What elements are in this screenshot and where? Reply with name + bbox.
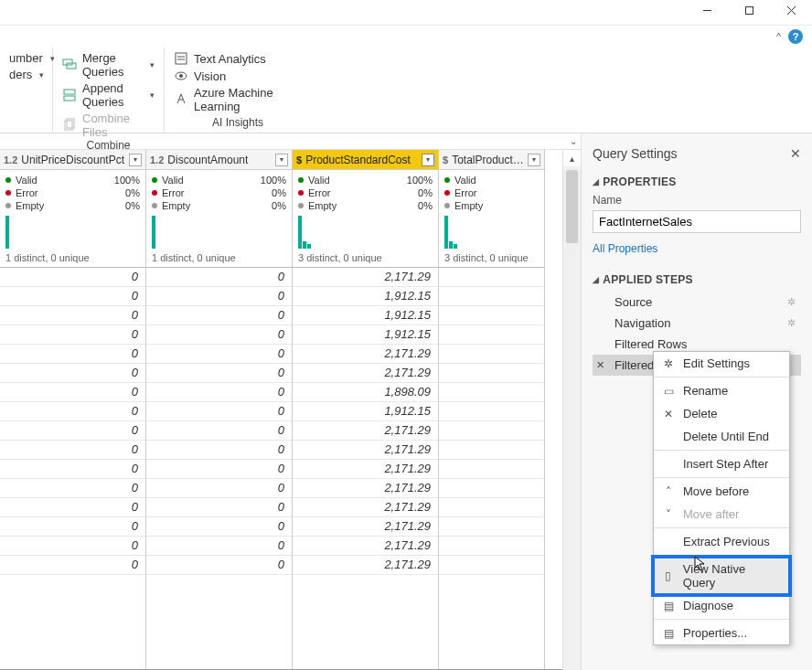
ribbon-ders-button[interactable]: ders▾ [9, 68, 43, 81]
ribbon-number-button[interactable]: umber▾ [9, 51, 43, 65]
grid-cell[interactable]: 0 [0, 460, 145, 479]
grid-cell[interactable]: 0 [146, 345, 292, 364]
grid-cell[interactable]: 2,171.29 [293, 556, 438, 575]
pane-close-button[interactable]: ✕ [790, 146, 801, 161]
step-delete-icon[interactable]: ✕ [596, 359, 604, 371]
applied-step-item[interactable]: Navigation✲ [593, 313, 801, 334]
data-grid[interactable]: 1.2UnitPriceDiscountPct▾Valid100%Error0%… [0, 150, 562, 670]
grid-cell[interactable] [439, 287, 544, 306]
grid-cell[interactable]: 0 [146, 383, 292, 402]
grid-cell[interactable]: 1,898.09 [293, 383, 438, 402]
grid-cell[interactable] [439, 556, 544, 575]
menu-delete[interactable]: ✕Delete [654, 402, 789, 425]
grid-cell[interactable]: 2,171.29 [293, 364, 438, 383]
column-header[interactable]: $ProductStandardCost▾ [293, 150, 438, 170]
grid-cell[interactable]: 0 [0, 402, 145, 421]
grid-cell[interactable]: 0 [146, 325, 292, 345]
scrollbar-thumb[interactable] [566, 170, 578, 243]
grid-cell[interactable]: 0 [0, 325, 145, 345]
window-minimize-button[interactable] [686, 0, 728, 20]
grid-cell[interactable]: 2,171.29 [293, 345, 438, 364]
vertical-scrollbar[interactable]: ▴ [562, 150, 581, 670]
grid-cell[interactable]: 0 [0, 556, 145, 575]
grid-cell[interactable]: 2,171.29 [293, 268, 438, 287]
column-filter-button[interactable]: ▾ [129, 154, 142, 166]
grid-cell[interactable]: 0 [0, 287, 145, 306]
grid-cell[interactable] [439, 498, 544, 517]
grid-cell[interactable]: 2,171.29 [293, 498, 438, 517]
grid-cell[interactable] [439, 479, 544, 498]
grid-cell[interactable]: 0 [0, 537, 145, 556]
grid-cell[interactable]: 0 [146, 556, 292, 575]
grid-cell[interactable]: 0 [0, 479, 145, 498]
azure-ml-button[interactable]: Azure Machine Learning [174, 86, 302, 113]
grid-cell[interactable]: 0 [146, 268, 292, 287]
column-header[interactable]: 1.2UnitPriceDiscountPct▾ [0, 150, 145, 170]
grid-cell[interactable]: 2,171.29 [293, 421, 438, 441]
text-analytics-button[interactable]: Text Analytics [174, 51, 302, 66]
grid-cell[interactable] [439, 306, 544, 325]
grid-cell[interactable] [439, 364, 544, 383]
grid-cell[interactable] [439, 383, 544, 402]
grid-cell[interactable] [439, 268, 544, 287]
menu-rename[interactable]: ▭Rename [654, 379, 789, 402]
menu-extract-previous[interactable]: Extract Previous [654, 530, 789, 553]
grid-cell[interactable]: 1,912.15 [293, 325, 438, 345]
formula-bar-dropdown[interactable]: ⌄ [0, 133, 581, 150]
grid-cell[interactable]: 1,912.15 [293, 402, 438, 421]
menu-diagnose[interactable]: ▤Diagnose [654, 594, 789, 617]
grid-cell[interactable]: 0 [146, 498, 292, 517]
grid-cell[interactable]: 0 [146, 517, 292, 537]
grid-cell[interactable] [439, 537, 544, 556]
grid-cell[interactable]: 0 [146, 537, 292, 556]
all-properties-link[interactable]: All Properties [593, 242, 801, 255]
grid-cell[interactable]: 0 [146, 479, 292, 498]
query-name-input[interactable] [593, 210, 801, 233]
grid-cell[interactable]: 0 [146, 364, 292, 383]
column-header[interactable]: 1.2DiscountAmount▾ [146, 150, 292, 170]
grid-cell[interactable] [439, 421, 544, 441]
step-settings-icon[interactable]: ✲ [787, 296, 796, 308]
grid-cell[interactable]: 2,171.29 [293, 460, 438, 479]
window-maximize-button[interactable] [728, 0, 770, 20]
grid-cell[interactable] [439, 460, 544, 479]
column-header[interactable]: $TotalProductCost▾ [439, 150, 544, 170]
grid-cell[interactable] [439, 517, 544, 537]
grid-cell[interactable]: 0 [0, 383, 145, 402]
column-filter-button[interactable]: ▾ [528, 154, 540, 166]
applied-step-item[interactable]: Source✲ [593, 292, 801, 313]
menu-view-native-query[interactable]: ▯View Native Query [654, 558, 789, 594]
grid-cell[interactable]: 0 [146, 421, 292, 441]
grid-cell[interactable]: 0 [0, 306, 145, 325]
grid-cell[interactable]: 0 [146, 306, 292, 325]
grid-cell[interactable]: 0 [0, 498, 145, 517]
grid-cell[interactable]: 0 [0, 421, 145, 441]
grid-cell[interactable]: 0 [0, 268, 145, 287]
grid-cell[interactable]: 0 [0, 364, 145, 383]
column-filter-button[interactable]: ▾ [422, 154, 434, 166]
grid-cell[interactable]: 0 [0, 517, 145, 537]
grid-cell[interactable]: 2,171.29 [293, 479, 438, 498]
merge-queries-button[interactable]: Merge Queries▾ [62, 51, 155, 79]
grid-cell[interactable]: 0 [146, 402, 292, 421]
grid-cell[interactable] [439, 402, 544, 421]
grid-cell[interactable] [439, 441, 544, 460]
grid-cell[interactable]: 0 [146, 287, 292, 306]
grid-cell[interactable]: 1,912.15 [293, 287, 438, 306]
grid-cell[interactable] [439, 325, 544, 345]
append-queries-button[interactable]: Append Queries▾ [62, 81, 155, 109]
menu-properties[interactable]: ▤Properties... [654, 622, 789, 644]
help-icon[interactable]: ? [788, 29, 803, 44]
scroll-up-arrow[interactable]: ▴ [563, 150, 581, 166]
vision-button[interactable]: Vision [174, 69, 302, 83]
grid-cell[interactable] [439, 345, 544, 364]
grid-cell[interactable]: 0 [146, 441, 292, 460]
grid-cell[interactable]: 0 [0, 345, 145, 364]
column-filter-button[interactable]: ▾ [275, 154, 288, 166]
grid-cell[interactable]: 2,171.29 [293, 537, 438, 556]
menu-edit-settings[interactable]: ✲Edit Settings [654, 352, 789, 375]
grid-cell[interactable]: 2,171.29 [293, 517, 438, 537]
grid-cell[interactable]: 0 [146, 460, 292, 479]
menu-insert-step-after[interactable]: Insert Step After [654, 452, 789, 475]
menu-move-before[interactable]: ˄Move before [654, 480, 789, 503]
